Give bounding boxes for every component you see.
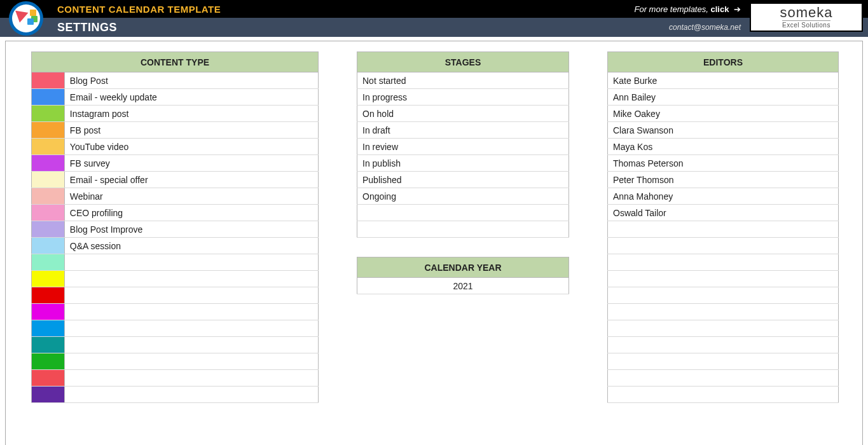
content-type-cell[interactable]: Webinar: [64, 188, 318, 205]
editor-cell[interactable]: [608, 353, 839, 370]
color-swatch[interactable]: [32, 155, 65, 172]
color-swatch[interactable]: [32, 139, 65, 155]
content-type-cell[interactable]: Email - special offer: [64, 172, 318, 188]
color-swatch[interactable]: [32, 320, 65, 337]
color-swatch[interactable]: [32, 221, 65, 238]
content-type-cell[interactable]: [64, 287, 318, 304]
content-type-cell[interactable]: [64, 337, 318, 353]
content-type-cell[interactable]: [64, 387, 318, 403]
table-row: In review: [357, 139, 569, 155]
content-type-cell[interactable]: Blog Post Improve: [64, 221, 318, 238]
stage-cell[interactable]: In review: [357, 139, 569, 155]
color-swatch[interactable]: [32, 353, 65, 370]
table-row: FB post: [32, 122, 319, 139]
editor-cell[interactable]: Maya Kos: [608, 139, 839, 155]
table-row: [608, 304, 839, 320]
content-type-cell[interactable]: FB post: [64, 122, 318, 139]
contact-email[interactable]: contact@someka.net: [669, 23, 741, 32]
editor-cell[interactable]: [608, 287, 839, 304]
table-row: [608, 287, 839, 304]
color-swatch[interactable]: [32, 122, 65, 139]
content-type-cell[interactable]: [64, 353, 318, 370]
content-type-cell[interactable]: Blog Post: [64, 72, 318, 89]
table-row: Clara Swanson: [608, 122, 839, 139]
editor-cell[interactable]: [608, 271, 839, 287]
stages-column: STAGES Not startedIn progressOn holdIn d…: [357, 51, 569, 294]
editor-cell[interactable]: Anna Mahoney: [608, 188, 839, 205]
color-swatch[interactable]: [32, 89, 65, 106]
content-type-cell[interactable]: Q&A session: [64, 238, 318, 254]
editor-cell[interactable]: [608, 254, 839, 271]
table-row: [32, 254, 319, 271]
editor-cell[interactable]: Peter Thomson: [608, 172, 839, 188]
template-title: CONTENT CALENDAR TEMPLATE: [57, 4, 221, 15]
editor-cell[interactable]: [608, 320, 839, 337]
table-row: Webinar: [32, 188, 319, 205]
stage-cell[interactable]: [357, 221, 569, 238]
page-title: SETTINGS: [57, 21, 117, 34]
color-swatch[interactable]: [32, 271, 65, 287]
stage-cell[interactable]: Published: [357, 172, 569, 188]
stage-cell[interactable]: Not started: [357, 72, 569, 89]
content-type-cell[interactable]: [64, 304, 318, 320]
content-type-cell[interactable]: [64, 320, 318, 337]
color-swatch[interactable]: [32, 337, 65, 353]
content-type-cell[interactable]: [64, 254, 318, 271]
stage-cell[interactable]: In publish: [357, 155, 569, 172]
content-type-cell[interactable]: FB survey: [64, 155, 318, 172]
brand-box[interactable]: someka Excel Solutions: [750, 3, 863, 32]
editor-cell[interactable]: [608, 221, 839, 238]
color-swatch[interactable]: [32, 238, 65, 254]
editor-cell[interactable]: Thomas Peterson: [608, 155, 839, 172]
table-row: [32, 353, 319, 370]
content-type-table: CONTENT TYPE Blog PostEmail - weekly upd…: [31, 51, 319, 403]
editor-cell[interactable]: [608, 337, 839, 353]
color-swatch[interactable]: [32, 188, 65, 205]
stage-cell[interactable]: [357, 205, 569, 221]
table-row: Peter Thomson: [608, 172, 839, 188]
content-frame: CONTENT TYPE Blog PostEmail - weekly upd…: [5, 41, 863, 445]
table-row: Blog Post: [32, 72, 319, 89]
table-row: CEO profiling: [32, 205, 319, 221]
arrow-right-icon: ➔: [734, 4, 741, 14]
stage-cell[interactable]: In progress: [357, 89, 569, 106]
stage-cell[interactable]: In draft: [357, 122, 569, 139]
content-type-cell[interactable]: Email - weekly update: [64, 89, 318, 106]
content-type-cell[interactable]: [64, 271, 318, 287]
table-row: [32, 337, 319, 353]
stage-cell[interactable]: On hold: [357, 106, 569, 122]
color-swatch[interactable]: [32, 287, 65, 304]
editor-cell[interactable]: [608, 370, 839, 387]
calendar-year-value[interactable]: 2021: [357, 278, 569, 294]
table-row: Ongoing: [357, 188, 569, 205]
table-row: On hold: [357, 106, 569, 122]
table-row: [608, 221, 839, 238]
editor-cell[interactable]: Clara Swanson: [608, 122, 839, 139]
color-swatch[interactable]: [32, 205, 65, 221]
table-row: Anna Mahoney: [608, 188, 839, 205]
editor-cell[interactable]: Oswald Tailor: [608, 205, 839, 221]
editor-cell[interactable]: Kate Burke: [608, 72, 839, 89]
top-bar: CONTENT CALENDAR TEMPLATE For more templ…: [0, 0, 868, 18]
table-row: Kate Burke: [608, 72, 839, 89]
table-row: FB survey: [32, 155, 319, 172]
content-type-cell[interactable]: CEO profiling: [64, 205, 318, 221]
color-swatch[interactable]: [32, 370, 65, 387]
editor-cell[interactable]: [608, 238, 839, 254]
color-swatch[interactable]: [32, 106, 65, 122]
color-swatch[interactable]: [32, 172, 65, 188]
content-type-cell[interactable]: Instagram post: [64, 106, 318, 122]
more-templates-link[interactable]: For more templates, click ➔: [635, 4, 741, 14]
editor-cell[interactable]: [608, 387, 839, 403]
stage-cell[interactable]: Ongoing: [357, 188, 569, 205]
color-swatch[interactable]: [32, 72, 65, 89]
content-type-cell[interactable]: YouTube video: [64, 139, 318, 155]
color-swatch[interactable]: [32, 304, 65, 320]
table-row: Email - special offer: [32, 172, 319, 188]
editor-cell[interactable]: [608, 304, 839, 320]
color-swatch[interactable]: [32, 254, 65, 271]
content-type-cell[interactable]: [64, 370, 318, 387]
editor-cell[interactable]: Mike Oakey: [608, 106, 839, 122]
color-swatch[interactable]: [32, 387, 65, 403]
editor-cell[interactable]: Ann Bailey: [608, 89, 839, 106]
